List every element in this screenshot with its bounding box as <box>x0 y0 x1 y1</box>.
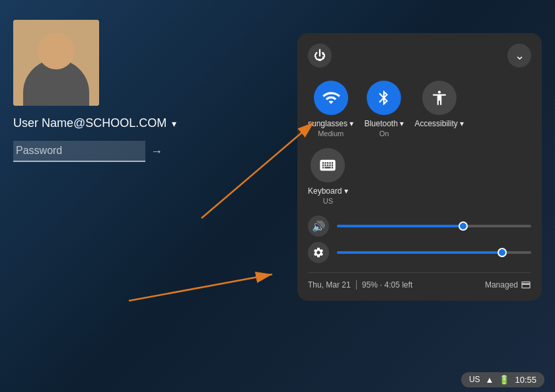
status-bar: Thu, Mar 21 95% · 4:05 left Managed <box>308 272 531 290</box>
qs-header: ⏻ ⌄ <box>308 44 531 67</box>
brightness-slider-fill <box>337 251 502 254</box>
password-area: → <box>13 141 176 162</box>
bluetooth-tile-icon <box>367 81 401 115</box>
status-left: Thu, Mar 21 95% · 4:05 left <box>308 280 412 290</box>
wifi-icon <box>322 89 340 107</box>
wifi-tile-sublabel: Medium <box>318 130 344 137</box>
volume-icon[interactable]: 🔊 <box>308 216 329 237</box>
collapse-icon: ⌄ <box>515 48 525 63</box>
wifi-tile-label: sunglasses ▾ <box>308 119 353 128</box>
volume-slider-fill <box>337 225 463 227</box>
accessibility-tile[interactable]: Accessibility ▾ <box>414 81 464 137</box>
wifi-tile-icon <box>314 81 348 115</box>
login-area: User Name@SCHOOL.COM ▾ → <box>13 20 176 162</box>
tray-time: 10:55 <box>515 375 536 385</box>
volume-slider-row: 🔊 <box>308 216 531 237</box>
status-right: Managed <box>485 280 531 290</box>
brightness-slider-row <box>308 242 531 263</box>
keyboard-tile[interactable]: Keyboard ▾ US <box>308 148 348 205</box>
user-info[interactable]: User Name@SCHOOL.COM ▾ <box>13 116 176 130</box>
system-tray[interactable]: us ▲ 🔋 10:55 <box>461 372 544 387</box>
accessibility-tile-label: Accessibility ▾ <box>414 119 464 128</box>
volume-slider-track[interactable] <box>337 225 531 227</box>
bluetooth-tile[interactable]: Bluetooth ▾ On <box>364 81 404 137</box>
accessibility-icon <box>431 89 448 106</box>
user-dropdown-icon[interactable]: ▾ <box>172 118 176 129</box>
brightness-slider-thumb[interactable] <box>498 248 507 257</box>
quick-settings-panel: ⏻ ⌄ sunglasses ▾ Medium Bluetooth ▾ <box>297 33 542 301</box>
tiles-row-1: sunglasses ▾ Medium Bluetooth ▾ On Acces… <box>308 81 531 137</box>
taskbar: us ▲ 🔋 10:55 <box>0 367 555 392</box>
submit-button[interactable]: → <box>151 145 163 159</box>
tray-wifi-icon: ▲ <box>486 375 494 385</box>
collapse-button[interactable]: ⌄ <box>507 44 531 67</box>
bluetooth-tile-label: Bluetooth ▾ <box>364 119 404 128</box>
brightness-icon[interactable] <box>308 242 329 263</box>
bluetooth-icon <box>375 89 392 106</box>
keyboard-icon <box>318 156 337 175</box>
brightness-slider-track[interactable] <box>337 251 531 254</box>
locale-indicator: us <box>469 375 480 384</box>
power-icon: ⏻ <box>314 49 326 63</box>
keyboard-tile-icon <box>311 148 345 182</box>
status-divider <box>356 280 357 290</box>
managed-icon <box>521 280 531 290</box>
tiles-row-2: Keyboard ▾ US <box>308 148 531 205</box>
status-battery: 95% · 4:05 left <box>362 280 413 290</box>
bluetooth-tile-sublabel: On <box>379 130 389 137</box>
status-date: Thu, Mar 21 <box>308 280 351 290</box>
power-button[interactable]: ⏻ <box>308 44 332 67</box>
tray-battery-icon: 🔋 <box>499 375 509 385</box>
keyboard-tile-sublabel: US <box>323 197 333 205</box>
volume-slider-thumb[interactable] <box>459 221 468 231</box>
username-label: User Name@SCHOOL.COM <box>13 116 166 130</box>
avatar <box>13 20 99 106</box>
keyboard-tile-label: Keyboard ▾ <box>308 186 348 196</box>
password-input[interactable] <box>13 141 145 162</box>
accessibility-tile-icon <box>422 81 457 115</box>
wifi-tile[interactable]: sunglasses ▾ Medium <box>308 81 353 137</box>
gear-icon <box>313 247 324 258</box>
managed-label: Managed <box>485 280 518 290</box>
